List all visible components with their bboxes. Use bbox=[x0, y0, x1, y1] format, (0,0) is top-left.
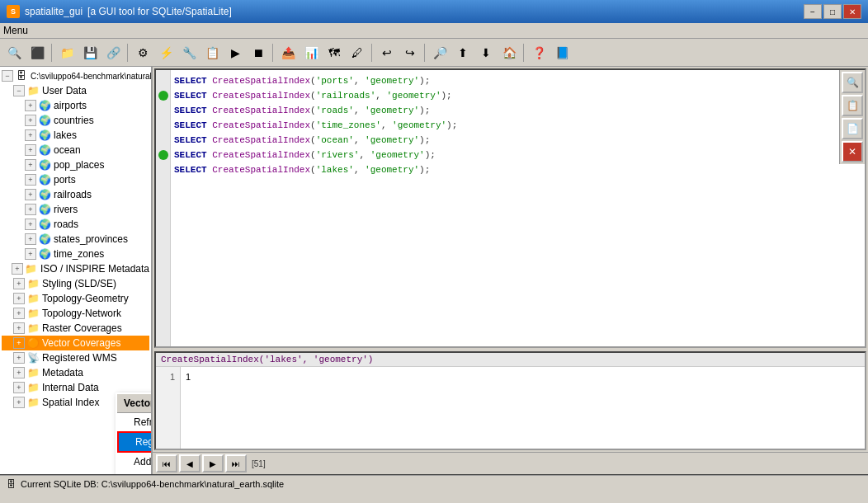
dot-7 bbox=[158, 165, 168, 175]
tree-item-railroads[interactable]: + 🌍 railroads bbox=[2, 187, 149, 202]
toolbar-btn-chart[interactable]: 📊 bbox=[300, 42, 322, 63]
context-menu-refresh[interactable]: Refresh bbox=[117, 413, 153, 431]
railroads-expander[interactable]: + bbox=[25, 189, 36, 200]
toolbar-btn-stop[interactable]: ⏹ bbox=[248, 42, 269, 63]
line-indicators bbox=[156, 70, 171, 346]
tree-item-metadata[interactable]: + 📁 Metadata bbox=[2, 365, 149, 380]
countries-expander[interactable]: + bbox=[25, 115, 36, 126]
toolbar-btn-zoomout[interactable]: ⬇ bbox=[475, 42, 497, 63]
tree-item-airports[interactable]: + 🌍 airports bbox=[2, 98, 149, 113]
toolbar-btn-info[interactable]: 📘 bbox=[551, 42, 573, 63]
internal-expander[interactable]: + bbox=[13, 382, 25, 393]
context-menu-update-extent[interactable]: Update Vector Coverages Extent bbox=[117, 471, 153, 474]
maximize-button[interactable]: □ bbox=[823, 4, 842, 19]
ports-expander[interactable]: + bbox=[25, 174, 36, 186]
toolbar-btn-zoomin[interactable]: ⬆ bbox=[452, 42, 474, 63]
tree-item-wms[interactable]: + 📡 Registered WMS bbox=[2, 350, 149, 365]
spatial-expander[interactable]: + bbox=[13, 397, 25, 408]
context-menu-area: Vector Coverages on MAIN DB Refresh Regi… bbox=[116, 393, 153, 474]
toolbar-sep-4 bbox=[371, 44, 373, 62]
clear-button[interactable]: ✕ bbox=[842, 141, 863, 162]
toolbar-btn-new[interactable]: 🔍 bbox=[3, 42, 25, 63]
tree-item-roads[interactable]: + 🌍 roads bbox=[2, 217, 149, 232]
toolbar-btn-play[interactable]: ▶ bbox=[224, 42, 246, 63]
toolbar-btn-redo[interactable]: ↪ bbox=[399, 42, 421, 63]
table-icon-roads: 🌍 bbox=[38, 218, 51, 231]
menu-label[interactable]: Menu bbox=[3, 25, 28, 36]
tree-item-countries[interactable]: + 🌍 countries bbox=[2, 113, 149, 128]
app-icon: S bbox=[7, 5, 20, 18]
dot-3 bbox=[158, 106, 168, 115]
toolbar-btn-save[interactable]: 📁 bbox=[56, 42, 78, 63]
inspire-expander[interactable]: + bbox=[12, 263, 23, 275]
root-expander[interactable]: − bbox=[2, 70, 13, 82]
tree-item-popplaces[interactable]: + 🌍 pop_places bbox=[2, 157, 149, 172]
toolbar-btn-map[interactable]: 🗺 bbox=[323, 42, 345, 63]
folder-icon-metadata: 📁 bbox=[26, 366, 40, 379]
toolbar-btn-help[interactable]: ❓ bbox=[528, 42, 550, 63]
topology-net-expander[interactable]: + bbox=[13, 308, 25, 319]
sql-editor: SELECT CreateSpatialIndex('ports', 'geom… bbox=[154, 68, 866, 348]
tree-item-vector[interactable]: + 🟠 Vector Coverages bbox=[2, 336, 149, 350]
tree-item-topology-geom[interactable]: + 📁 Topology-Geometry bbox=[2, 291, 149, 306]
lakes-label: lakes bbox=[54, 129, 77, 141]
styling-expander[interactable]: + bbox=[13, 278, 25, 289]
paste-button[interactable]: 📄 bbox=[842, 118, 863, 139]
nav-prev-button[interactable]: ◀ bbox=[179, 454, 200, 472]
states-expander[interactable]: + bbox=[25, 233, 36, 245]
sql-content[interactable]: SELECT CreateSpatialIndex('ports', 'geom… bbox=[171, 70, 865, 346]
toolbar-btn-tools[interactable]: 🔧 bbox=[178, 42, 200, 63]
wms-label: Registered WMS bbox=[42, 352, 117, 364]
filter-button[interactable]: 🔍 bbox=[842, 72, 863, 93]
wms-expander[interactable]: + bbox=[13, 352, 25, 364]
tree-item-styling[interactable]: + 📁 Styling (SLD/SE) bbox=[2, 276, 149, 291]
toolbar-btn-run[interactable]: ⚡ bbox=[155, 42, 177, 63]
menu-bar[interactable]: Menu bbox=[0, 23, 868, 39]
nav-next-button[interactable]: ▶ bbox=[202, 454, 224, 472]
topology-geom-expander[interactable]: + bbox=[13, 293, 25, 304]
popplaces-expander[interactable]: + bbox=[25, 159, 36, 171]
airports-expander[interactable]: + bbox=[25, 100, 36, 111]
rivers-expander[interactable]: + bbox=[25, 204, 36, 215]
context-menu-register-vector[interactable]: Register New Vector Coverage ▶ bbox=[117, 431, 153, 453]
nav-first-button[interactable]: ⏮ bbox=[156, 454, 177, 472]
toolbar-btn-home[interactable]: 🏠 bbox=[498, 42, 520, 63]
toolbar-btn-zoom[interactable]: 🔎 bbox=[429, 42, 451, 63]
tree-root[interactable]: − 🗄 C:\sviluppo64-benchmark\natural_eart… bbox=[2, 68, 149, 83]
toolbar-btn-disconnect[interactable]: 🔗 bbox=[102, 42, 124, 63]
toolbar-btn-export[interactable]: 📤 bbox=[277, 42, 299, 63]
copy-button[interactable]: 📋 bbox=[842, 95, 863, 116]
styling-label: Styling (SLD/SE) bbox=[42, 278, 116, 289]
vector-expander[interactable]: + bbox=[13, 337, 25, 349]
toolbar-btn-edit[interactable]: 🖊 bbox=[347, 42, 368, 63]
tree-item-topology-net[interactable]: + 📁 Topology-Network bbox=[2, 306, 149, 321]
timezones-expander[interactable]: + bbox=[25, 248, 36, 260]
tree-item-ports[interactable]: + 🌍 ports bbox=[2, 172, 149, 187]
tree-item-timezones[interactable]: + 🌍 time_zones bbox=[2, 247, 149, 261]
raster-expander[interactable]: + bbox=[13, 322, 25, 334]
ocean-expander[interactable]: + bbox=[25, 144, 36, 156]
tree-item-userdata[interactable]: − 📁 User Data bbox=[2, 83, 149, 98]
tree-item-ocean[interactable]: + 🌍 ocean bbox=[2, 143, 149, 157]
toolbar-btn-undo[interactable]: ↩ bbox=[376, 42, 398, 63]
dot-1 bbox=[158, 76, 168, 86]
roads-expander[interactable]: + bbox=[25, 219, 36, 230]
metadata-expander[interactable]: + bbox=[13, 367, 25, 378]
context-menu-add-srid[interactable]: Add an alternative SRID to all Vector Co… bbox=[117, 453, 153, 471]
toolbar-btn-connect[interactable]: 💾 bbox=[79, 42, 101, 63]
lakes-expander[interactable]: + bbox=[25, 129, 36, 141]
tree-item-lakes[interactable]: + 🌍 lakes bbox=[2, 128, 149, 143]
tree-item-rivers[interactable]: + 🌍 rivers bbox=[2, 202, 149, 217]
tree-item-states[interactable]: + 🌍 states_provinces bbox=[2, 232, 149, 247]
toolbar: 🔍 ⬛ 📁 💾 🔗 ⚙ ⚡ 🔧 📋 ▶ ⏹ 📤 📊 🗺 🖊 ↩ ↪ 🔎 ⬆ ⬇ … bbox=[0, 39, 868, 67]
minimize-button[interactable]: − bbox=[804, 4, 822, 19]
toolbar-btn-settings[interactable]: ⚙ bbox=[132, 42, 153, 63]
toolbar-btn-open[interactable]: ⬛ bbox=[26, 42, 48, 63]
tree-item-raster[interactable]: + 📁 Raster Coverages bbox=[2, 321, 149, 336]
nav-last-button[interactable]: ⏭ bbox=[225, 454, 247, 472]
indicator-6 bbox=[156, 148, 170, 162]
toolbar-btn-clip[interactable]: 📋 bbox=[201, 42, 223, 63]
tree-item-inspire[interactable]: + 📁 ISO / INSPIRE Metadata bbox=[2, 261, 149, 276]
userdata-expander[interactable]: − bbox=[13, 85, 25, 96]
close-button[interactable]: ✕ bbox=[843, 4, 861, 19]
